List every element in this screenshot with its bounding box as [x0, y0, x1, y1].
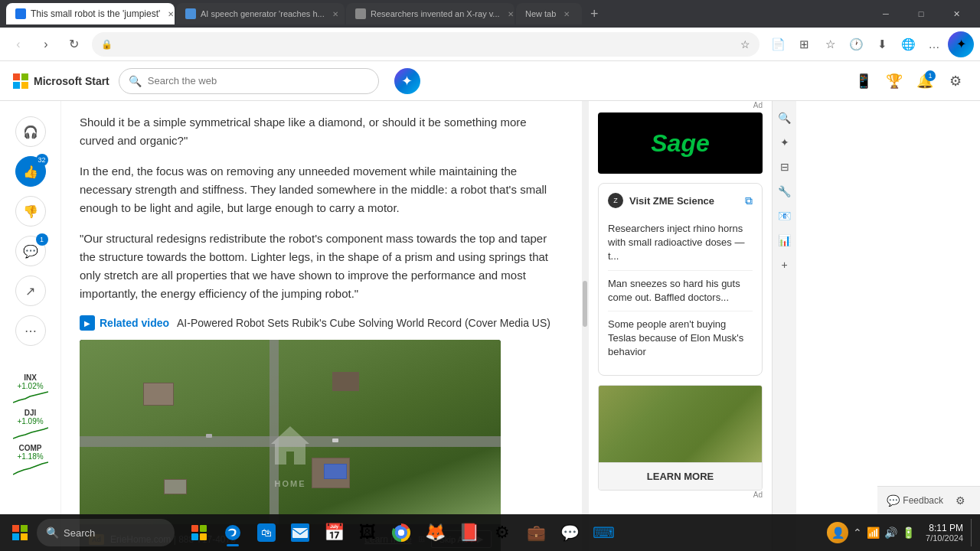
news-item-1[interactable]: Researchers inject rhino horns with smal… [608, 216, 753, 271]
tab-3[interactable]: Researchers invented an X-ray v... ✕ [346, 3, 514, 24]
taskbar-app-vscode[interactable]: ⌨ [588, 517, 619, 548]
close-button[interactable]: ✕ [939, 0, 974, 28]
taskbar-app-firefox[interactable]: 🦊 [420, 517, 450, 548]
stock-dji[interactable]: DJI +1.09% [13, 409, 48, 441]
maximize-button[interactable]: □ [903, 0, 939, 28]
news-item-2[interactable]: Man sneezes so hard his guts come out. B… [608, 271, 753, 311]
url-input[interactable]: https://www.msn.com/en-us/money/other/th… [117, 40, 736, 49]
learn-more-card[interactable]: LEARN MORE [598, 385, 763, 491]
collections-icon[interactable]: ⊞ [792, 32, 816, 57]
sage-ad-block[interactable]: Sage [598, 112, 763, 174]
more-button[interactable]: ⋯ [15, 315, 46, 346]
tray-volume[interactable]: 🔊 [884, 527, 897, 539]
minimize-button[interactable]: ─ [868, 0, 903, 28]
settings-icon[interactable]: ⚙ [943, 69, 968, 93]
edge-sidebar: 🔍 ✦ ⊟ 🔧 📧 📊 + [772, 101, 796, 551]
edge-sidebar-office[interactable]: 📊 [774, 230, 795, 251]
forward-button[interactable]: › [34, 32, 58, 57]
edge-icon [224, 523, 242, 542]
taskbar-app-edge[interactable] [217, 517, 248, 548]
tab-2[interactable]: AI speech generator 'reaches h... ✕ [176, 3, 345, 24]
taskbar-app-photos[interactable]: 🖼 [352, 517, 383, 548]
taskbar-app-acrobat[interactable]: 📕 [453, 517, 484, 548]
svg-point-12 [225, 525, 240, 540]
related-video-icon: ▶ [80, 315, 95, 331]
stock-comp[interactable]: COMP +1.18% [13, 444, 48, 476]
dislike-button[interactable]: 👎 [15, 196, 46, 227]
msn-search-bar[interactable]: 🔍 [119, 68, 379, 94]
mobile-icon[interactable]: 📱 [851, 69, 876, 93]
scroll-thumb[interactable] [583, 281, 587, 327]
reader-mode-icon[interactable]: 📄 [766, 32, 790, 57]
taskbar-app-chrome[interactable] [386, 517, 416, 548]
comment-button[interactable]: 💬 1 [15, 236, 46, 266]
scrollbar[interactable] [582, 101, 588, 551]
browser-extras-icon[interactable]: … [922, 32, 946, 57]
building-3 [332, 372, 359, 391]
start-button[interactable] [6, 519, 34, 546]
back-button[interactable]: ‹ [6, 32, 31, 57]
taskbar-app-settings[interactable]: ⚙ [487, 517, 518, 548]
clock-time: 8:11 PM [929, 523, 963, 533]
tray-chevron[interactable]: ⌃ [853, 527, 862, 539]
translate-icon[interactable]: 🌐 [896, 32, 920, 57]
svg-rect-4 [12, 525, 19, 532]
audio-button[interactable]: 🎧 [15, 116, 46, 147]
copilot-button[interactable]: ✦ [948, 31, 974, 57]
learn-more-thumbnail [599, 386, 762, 462]
msn-logo[interactable]: Microsoft Start [12, 73, 109, 90]
share-button[interactable]: ↗ [15, 276, 46, 306]
edge-sidebar-search[interactable]: 🔍 [774, 107, 795, 129]
tray-network[interactable]: 📶 [867, 527, 880, 539]
notifications-icon[interactable]: 🔔1 [913, 69, 937, 93]
tab-4-close[interactable]: ✕ [560, 8, 573, 20]
taskbar-app-mail[interactable] [285, 517, 315, 548]
svg-rect-6 [12, 533, 19, 540]
tab-3-close[interactable]: ✕ [505, 8, 514, 20]
edge-sidebar-collections[interactable]: ⊟ [774, 156, 795, 178]
home-label: HOME [275, 479, 306, 488]
feedback-button[interactable]: 💬 Feedback [887, 494, 943, 507]
taskbar-app-teams[interactable]: 💼 [521, 517, 551, 548]
download-icon[interactable]: ⬇ [870, 32, 894, 57]
tab-1-close[interactable]: ✕ [165, 8, 175, 20]
new-tab-button[interactable]: + [583, 3, 605, 24]
msn-search-input[interactable] [148, 75, 369, 86]
system-tray: 👤 ⌃ 📶 🔊 🔋 [821, 522, 921, 543]
edge-sidebar-copilot[interactable]: ✦ [774, 132, 795, 153]
address-bar[interactable]: 🔒 https://www.msn.com/en-us/money/other/… [92, 32, 760, 57]
stock-inx[interactable]: INX +1.02% [13, 373, 48, 406]
taskbar-app-explorer[interactable] [184, 517, 214, 548]
edge-sidebar-outlook[interactable]: 📧 [774, 205, 795, 227]
related-video-row: ▶ Related videoAI-Powered Robot Sets Rub… [80, 315, 564, 331]
taskbar-apps: 🛍 📅 🖼 🦊 📕 ⚙ 💼 💬 ⌨ [184, 517, 619, 548]
copilot-msn-button[interactable]: ✦ [394, 68, 420, 94]
external-link-icon[interactable]: ⧉ [745, 194, 753, 207]
learn-more-button[interactable]: LEARN MORE [599, 462, 762, 490]
tab-2-close[interactable]: ✕ [329, 8, 341, 20]
taskbar-app-store[interactable]: 🛍 [251, 517, 282, 548]
svg-rect-7 [21, 533, 28, 540]
system-clock[interactable]: 8:11 PM 7/10/2024 [926, 523, 963, 543]
tray-battery[interactable]: 🔋 [902, 527, 915, 539]
rewards-icon[interactable]: 🏆 [882, 69, 906, 93]
feedback-settings-icon[interactable]: ⚙ [949, 490, 971, 511]
star-icon[interactable]: ☆ [740, 38, 750, 51]
favorites-icon[interactable]: ☆ [818, 32, 842, 57]
taskbar-app-outlook[interactable]: 📅 [318, 517, 349, 548]
visit-site-label: Visit ZME Science [629, 195, 739, 207]
news-item-3[interactable]: Some people aren't buying Teslas because… [608, 311, 753, 366]
tab-bar: This small robot is the 'jumpiest' ✕ AI … [0, 0, 980, 28]
tab-1[interactable]: This small robot is the 'jumpiest' ✕ [6, 3, 175, 24]
like-button[interactable]: 👍 32 [15, 156, 46, 187]
tab-4[interactable]: New tab ✕ [516, 3, 582, 24]
edge-sidebar-add[interactable]: + [774, 254, 795, 276]
taskbar-search[interactable]: 🔍 Search [37, 519, 175, 546]
taskbar-app-skype[interactable]: 💬 [554, 517, 585, 548]
refresh-button[interactable]: ↻ [61, 32, 86, 57]
show-desktop-button[interactable] [971, 519, 974, 546]
nav-bar: ‹ › ↻ 🔒 https://www.msn.com/en-us/money/… [0, 28, 980, 61]
edge-sidebar-tools[interactable]: 🔧 [774, 181, 795, 202]
history-icon[interactable]: 🕐 [844, 32, 868, 57]
user-avatar[interactable]: 👤 [827, 522, 848, 543]
